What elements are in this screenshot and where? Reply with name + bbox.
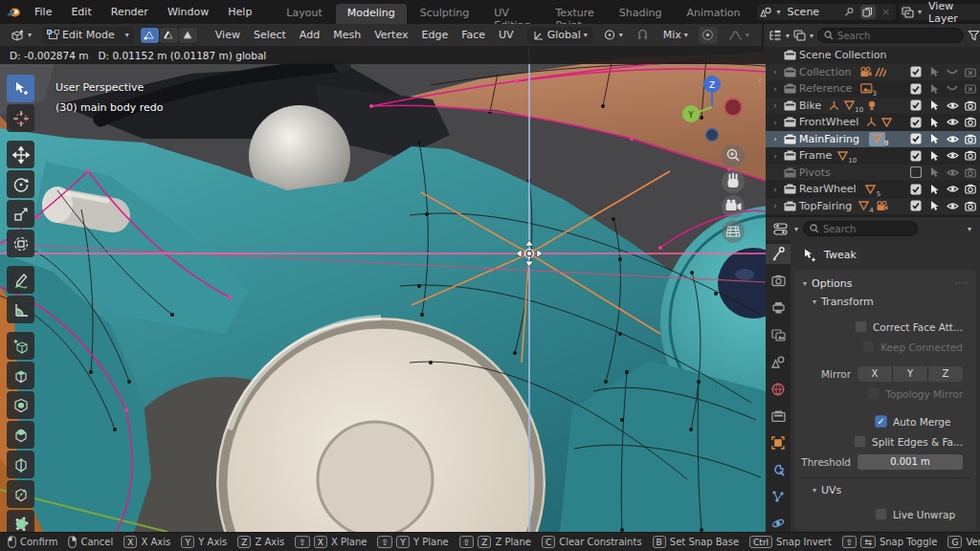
expand-icon[interactable]: › — [769, 201, 781, 210]
tab-render[interactable] — [766, 271, 791, 291]
outliner-row-bike[interactable]: › Bike 10 — [766, 98, 980, 115]
outliner-editor-type-button[interactable] — [768, 27, 782, 44]
hide-eye-icon[interactable] — [946, 99, 959, 112]
tab-modifiers[interactable] — [766, 460, 791, 480]
options-panel-header[interactable]: ▾ Options ···· — [798, 274, 972, 293]
hide-eye-icon[interactable] — [946, 199, 959, 212]
render-disabled-icon[interactable] — [964, 65, 977, 78]
tool-cursor[interactable] — [7, 104, 34, 132]
checkbox-checked-icon[interactable] — [909, 116, 923, 129]
menu-edit[interactable]: Edit — [63, 4, 99, 20]
viewport-3d[interactable]: Z Y — [0, 47, 766, 532]
menu-render[interactable]: Render — [103, 4, 156, 20]
hide-eye-icon[interactable] — [946, 132, 959, 145]
properties-options-chevron[interactable]: ▾ — [968, 225, 971, 233]
checkbox-checked-icon[interactable] — [909, 149, 923, 163]
scene-name[interactable]: Scene — [784, 6, 839, 18]
selectable-icon[interactable] — [927, 99, 941, 112]
tool-loop-cut[interactable] — [7, 451, 34, 478]
tab-uv-editing[interactable]: UV Editing — [482, 4, 542, 24]
split-edges-checkbox[interactable] — [854, 435, 866, 448]
tab-scene[interactable] — [766, 352, 791, 372]
threshold-value-field[interactable]: 0.001 m — [858, 454, 963, 470]
tool-knife[interactable] — [7, 480, 34, 508]
menu-file[interactable]: File — [27, 4, 59, 20]
expand-icon[interactable]: › — [769, 84, 781, 94]
outliner-filter-button[interactable] — [968, 27, 980, 44]
holdout-curve-icon[interactable] — [946, 82, 959, 96]
outliner-row-collection[interactable]: › Collection — [766, 64, 980, 81]
mirror-y-button[interactable]: Y — [893, 366, 927, 382]
properties-search-input[interactable] — [823, 224, 911, 234]
auto-merge-checkbox[interactable]: ✓ — [875, 415, 887, 428]
properties-editor-type-button[interactable] — [770, 220, 790, 237]
menu-add[interactable]: Add — [294, 27, 325, 43]
tool-poly-build[interactable] — [7, 510, 34, 532]
hide-eye-icon[interactable] — [946, 116, 959, 129]
tab-collection[interactable] — [766, 406, 791, 426]
close-scene-icon[interactable]: × — [879, 5, 894, 19]
tab-layout[interactable]: Layout — [275, 4, 333, 24]
menu-edge[interactable]: Edge — [415, 27, 454, 43]
tab-modeling[interactable]: Modeling — [336, 4, 407, 24]
live-unwrap-checkbox[interactable] — [875, 508, 887, 520]
menu-help[interactable]: Help — [220, 4, 259, 20]
holdout-curve-icon[interactable] — [946, 65, 959, 78]
checkbox-checked-icon[interactable] — [909, 132, 923, 145]
face-select-button[interactable] — [179, 28, 197, 43]
hide-eye-icon[interactable] — [946, 149, 959, 163]
tool-tweak[interactable] — [7, 75, 34, 102]
proportional-editing-icon[interactable] — [699, 27, 718, 44]
scene-icon[interactable] — [759, 5, 774, 19]
render-visibility-icon[interactable] — [964, 149, 977, 163]
panel-grip-icon[interactable]: ···· — [955, 279, 969, 288]
expand-icon[interactable]: › — [769, 185, 781, 194]
outliner-row-pivots[interactable]: Pivots — [766, 165, 980, 182]
viewport-3d-scene[interactable]: Z Y — [0, 47, 766, 532]
outliner-search-input[interactable] — [837, 31, 957, 41]
view-layer-name[interactable]: View Layer — [924, 0, 980, 25]
outliner-display-mode-button[interactable] — [793, 27, 806, 44]
menu-vertex[interactable]: Vertex — [368, 27, 413, 43]
checkbox-checked-icon[interactable] — [909, 199, 923, 212]
scene-dropdown-chevron[interactable]: ▾ — [777, 8, 781, 16]
tab-texture-paint[interactable]: Texture Paint — [545, 4, 606, 24]
expand-icon[interactable]: › — [769, 118, 781, 127]
copy-scene-icon[interactable] — [860, 5, 876, 19]
view-layer-dropdown-chevron[interactable]: ▾ — [918, 8, 922, 16]
correct-face-checkbox[interactable] — [855, 320, 867, 333]
checkbox-unchecked-icon[interactable] — [909, 165, 923, 179]
sidebar-toggle[interactable]: ‹ — [758, 75, 762, 85]
selectable-icon[interactable] — [927, 149, 941, 163]
expand-icon[interactable]: › — [769, 100, 781, 110]
edge-select-button[interactable] — [160, 28, 178, 43]
tool-transform[interactable] — [7, 230, 34, 257]
outliner-row-reference[interactable]: › Reference 3 — [766, 80, 980, 98]
tab-sculpting[interactable]: Sculpting — [409, 4, 480, 24]
outliner-row-rearwheel[interactable]: › RearWheel 5 — [766, 181, 980, 198]
topology-mirror-checkbox[interactable] — [867, 387, 880, 400]
uvs-subpanel-header[interactable]: ▾ UVs — [808, 481, 972, 499]
expand-icon[interactable]: › — [769, 134, 781, 143]
snap-toggle-magnet-icon[interactable] — [634, 27, 653, 44]
properties-type-chevron[interactable]: ▾ — [794, 225, 798, 233]
gizmo-neg-z-axis[interactable] — [706, 129, 719, 142]
tab-object[interactable] — [766, 432, 791, 452]
selected-vertex[interactable] — [526, 251, 531, 255]
menu-view[interactable]: View — [210, 27, 246, 43]
expand-icon[interactable]: › — [769, 67, 781, 77]
pivot-point-dropdown[interactable]: ▾ — [598, 27, 628, 44]
menu-select[interactable]: Select — [248, 27, 292, 43]
render-visibility-icon[interactable] — [964, 116, 977, 129]
outliner-search[interactable] — [817, 28, 964, 43]
render-visibility-icon[interactable] — [964, 183, 977, 196]
tab-particles[interactable] — [766, 487, 791, 507]
menu-uv[interactable]: UV — [493, 27, 520, 43]
checkbox-checked-icon[interactable] — [909, 183, 923, 196]
transform-orientation-dropdown[interactable]: Global ▾ — [527, 27, 592, 44]
tab-world[interactable] — [766, 379, 791, 399]
tab-tool[interactable] — [766, 244, 791, 264]
snap-with-dropdown[interactable]: Mix ▾ — [658, 27, 693, 44]
view-layer-icon[interactable] — [902, 5, 915, 19]
outliner-row-mainfairing[interactable]: › MainFairing 9 — [766, 131, 980, 148]
